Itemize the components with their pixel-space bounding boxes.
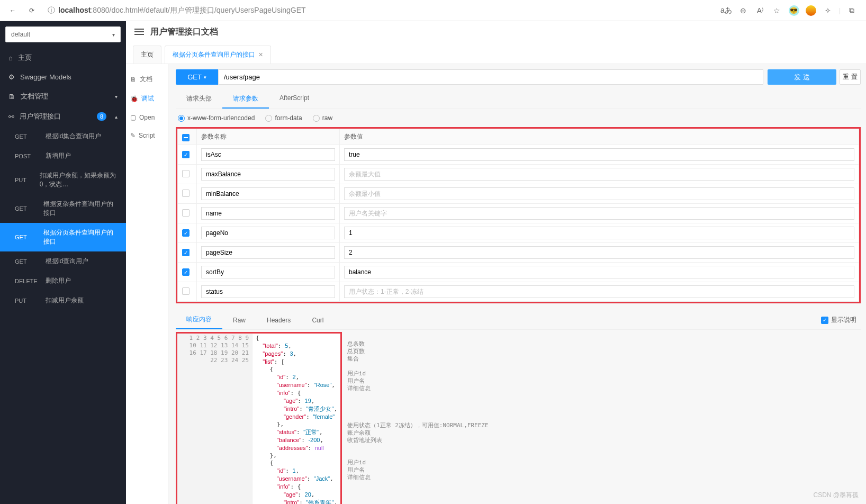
sidebar-endpoint[interactable]: PUT扣减用户余额	[0, 291, 126, 310]
row-checkbox[interactable]	[182, 249, 190, 256]
method-label: PUT	[15, 298, 38, 304]
method-label: GET	[15, 258, 38, 265]
method-label: GET	[15, 133, 38, 140]
ptab-params[interactable]: 请求参数	[222, 90, 269, 109]
read-aloud-icon[interactable]: A⁾	[754, 5, 766, 16]
rtab-raw[interactable]: Raw	[222, 312, 256, 328]
sidebar-endpoint[interactable]: GET根据id查询用户	[0, 251, 126, 271]
innav-debug[interactable]: 🐞调试	[126, 89, 168, 109]
table-row	[178, 204, 859, 223]
tab-api[interactable]: 根据分页条件查询用户的接口 ✕	[165, 46, 271, 64]
endpoint-label: 根据id集合查询用户	[46, 132, 101, 141]
send-button[interactable]: 发 送	[768, 69, 836, 85]
sidebar-endpoint[interactable]: POST新增用户	[0, 146, 126, 166]
group-selector[interactable]: default ▾	[5, 26, 121, 42]
table-row	[178, 184, 859, 204]
rtab-curl[interactable]: Curl	[301, 312, 334, 328]
rtab-body[interactable]: 响应内容	[176, 311, 222, 329]
endpoint-label: 根据id查询用户	[46, 257, 88, 266]
row-checkbox[interactable]	[182, 151, 190, 158]
param-value-input[interactable]	[344, 168, 854, 181]
tab-home[interactable]: 主页	[133, 46, 161, 64]
th-val: 参数值	[340, 129, 859, 145]
param-name-input[interactable]	[201, 148, 335, 161]
extensions-icon[interactable]: ✧	[822, 5, 834, 16]
innav-open[interactable]: ▢Open	[126, 109, 168, 127]
param-value-input[interactable]	[344, 187, 854, 200]
url-host: localhost	[58, 6, 91, 14]
url-input[interactable]	[218, 69, 763, 85]
innav-script[interactable]: ✎Script	[126, 127, 168, 145]
endpoint-label: 扣减用户余额，如果余额为0，状态…	[40, 171, 118, 189]
row-checkbox[interactable]	[182, 229, 190, 237]
show-desc-checkbox[interactable]	[821, 317, 828, 324]
rtab-headers[interactable]: Headers	[256, 312, 301, 328]
param-name-input[interactable]	[201, 187, 335, 200]
doc-icon: 🗎	[8, 93, 15, 101]
param-name-input[interactable]	[201, 246, 335, 259]
sidebar-endpoint[interactable]: GET根据分页条件查询用户的接口	[0, 223, 126, 251]
table-row	[178, 223, 859, 243]
endpoint-label: 新增用户	[46, 151, 71, 160]
inner-nav: 🗎文档 🐞调试 ▢Open ✎Script	[126, 64, 168, 504]
back-icon[interactable]: ←	[5, 3, 20, 18]
param-name-input[interactable]	[201, 285, 335, 298]
swagger-icon: ⚙	[8, 73, 15, 81]
nav-docmgmt[interactable]: 🗎 文档管理 ▾	[0, 86, 126, 106]
table-row	[178, 263, 859, 282]
response-json: { "total": 5, "pages": 3, "list": [ { "i…	[252, 334, 340, 504]
nav-api-group[interactable]: ⚯ 用户管理接口 8 ▴	[0, 106, 126, 127]
refresh-icon[interactable]: ⟳	[24, 3, 39, 18]
ptab-headers[interactable]: 请求头部	[176, 90, 222, 109]
script-icon: ✎	[130, 132, 136, 139]
param-value-input[interactable]	[344, 227, 854, 239]
select-all-checkbox[interactable]	[182, 134, 190, 141]
zoom-out-icon[interactable]: ⊖	[737, 5, 749, 16]
method-label: GET	[15, 205, 36, 212]
close-icon[interactable]: ✕	[258, 51, 263, 58]
split-icon[interactable]: ⧉	[846, 5, 858, 16]
translate-icon[interactable]: aあ	[720, 5, 732, 16]
param-value-input[interactable]	[344, 207, 854, 220]
table-row	[178, 145, 859, 165]
chevron-up-icon: ▴	[115, 114, 118, 120]
nav-swagger[interactable]: ⚙ Swagger Models	[0, 68, 126, 86]
favorite-icon[interactable]: ☆	[771, 5, 783, 16]
row-checkbox[interactable]	[182, 170, 190, 177]
row-checkbox[interactable]	[182, 268, 190, 276]
param-value-input[interactable]	[344, 246, 854, 259]
param-value-input[interactable]	[344, 285, 854, 298]
nav-home[interactable]: ⌂ 主页	[0, 48, 126, 68]
reset-button[interactable]: 重 置	[840, 69, 861, 85]
profile-avatar[interactable]: 😎	[788, 5, 800, 16]
btype-raw[interactable]: raw	[313, 114, 332, 122]
show-desc-toggle[interactable]: 显示说明	[817, 316, 861, 325]
param-name-input[interactable]	[201, 207, 335, 220]
ptab-afterscript[interactable]: AfterScript	[269, 90, 320, 109]
row-checkbox[interactable]	[182, 287, 190, 295]
endpoint-label: 删除用户	[46, 276, 71, 285]
param-name-input[interactable]	[201, 227, 335, 239]
param-name-input[interactable]	[201, 266, 335, 278]
btype-urlencoded[interactable]: x-www-form-urlencoded	[178, 114, 255, 122]
sidebar-endpoint[interactable]: GET根据复杂条件查询用户的接口	[0, 194, 126, 223]
param-value-input[interactable]	[344, 148, 854, 161]
method-select[interactable]: GET ▾	[176, 69, 218, 85]
sidebar-endpoint[interactable]: GET根据id集合查询用户	[0, 127, 126, 146]
param-value-input[interactable]	[344, 266, 854, 278]
btype-formdata[interactable]: form-data	[265, 114, 302, 122]
group-selector-value: default	[11, 31, 30, 38]
theme-icon[interactable]	[805, 5, 817, 16]
doc-tabs: 主页 根据分页条件查询用户的接口 ✕	[126, 42, 866, 64]
param-name-input[interactable]	[201, 168, 335, 181]
menu-toggle-icon[interactable]	[134, 27, 144, 37]
row-checkbox[interactable]	[182, 190, 190, 197]
address-bar[interactable]: ⓘ localhost:8080/doc.html#/default/用户管理接…	[43, 6, 716, 15]
sidebar-endpoint[interactable]: DELETE删除用户	[0, 271, 126, 291]
sidebar-endpoint[interactable]: PUT扣减用户余额，如果余额为0，状态…	[0, 166, 126, 194]
row-checkbox[interactable]	[182, 209, 190, 217]
doc-icon: 🗎	[130, 76, 137, 83]
bug-icon: 🐞	[130, 95, 138, 103]
table-row	[178, 243, 859, 263]
innav-doc[interactable]: 🗎文档	[126, 69, 168, 89]
